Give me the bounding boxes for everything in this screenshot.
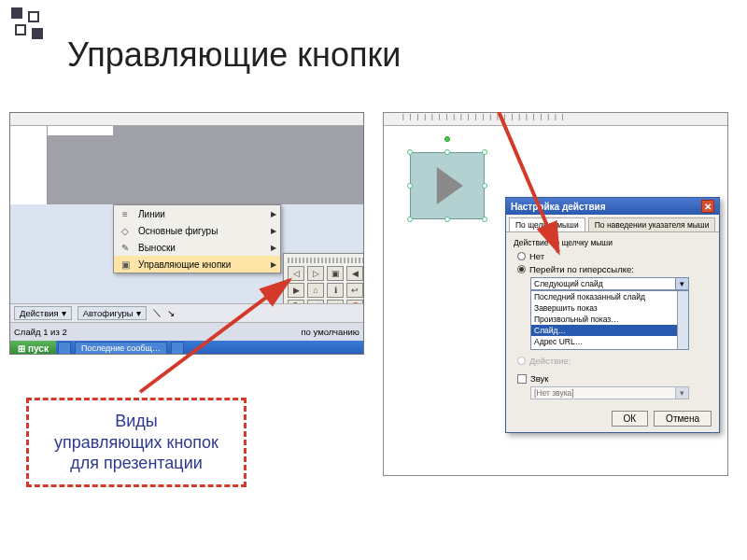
action-button[interactable]: ▷ <box>307 266 324 281</box>
chevron-right-icon: ▶ <box>271 260 276 269</box>
list-item[interactable]: Завершить показ <box>531 302 688 314</box>
menu-item-action-buttons[interactable]: ▣ Управляющие кнопки ▶ <box>114 256 280 273</box>
list-item[interactable]: Другая презентация PowerPoint… <box>531 347 688 350</box>
slide-canvas <box>48 126 363 204</box>
start-label: пуск <box>28 343 49 354</box>
slide-thumb-pane <box>10 126 48 204</box>
option-label: Перейти по гиперссылке: <box>529 264 634 274</box>
list-item[interactable]: Последний показанный слайд <box>531 291 688 302</box>
button-label: Действия <box>20 308 59 318</box>
action-button[interactable]: ↩ <box>346 283 363 298</box>
autoshapes-menu-button[interactable]: Автофигуры ▾ <box>78 306 147 320</box>
tab-mouse-over[interactable]: По наведении указателя мыши <box>588 217 716 231</box>
hyperlink-dropdown-list: Последний показанный слайд Завершить пок… <box>530 290 689 350</box>
menu-item-lines[interactable]: ≡ Линии ▶ <box>114 205 280 222</box>
action-settings-dialog: Настройка действия ✕ По щелчку мыши По н… <box>505 197 720 433</box>
select-value: Следующий слайд <box>534 279 603 288</box>
menu-item-label: Основные фигуры <box>138 226 218 236</box>
taskbar-item[interactable] <box>171 342 184 355</box>
slide-counter: Слайд 1 из 2 <box>14 327 67 337</box>
actions-menu-button[interactable]: Действия ▾ <box>14 306 72 320</box>
powerpoint-window-crop: ≡ Линии ▶ ◇ Основные фигуры ▶ ✎ Выноски … <box>9 112 364 355</box>
list-item[interactable]: Адрес URL… <box>531 336 688 347</box>
chevron-right-icon: ▶ <box>271 244 276 252</box>
radio-icon[interactable] <box>517 252 526 260</box>
chevron-down-icon: ▾ <box>675 387 688 399</box>
page-title: Управляющие кнопки <box>67 35 401 75</box>
group-title: Действие по щелчку мыши <box>514 238 712 247</box>
hyperlink-select[interactable]: Следующий слайд ▾ <box>530 277 689 290</box>
radio-icon <box>517 357 526 365</box>
action-button[interactable]: ⌂ <box>307 283 324 298</box>
tab-mouse-click[interactable]: По щелчку мыши <box>509 217 585 231</box>
button-label: Автофигуры <box>83 308 134 318</box>
chevron-down-icon[interactable]: ▾ <box>675 278 688 289</box>
select-value: [Нет звука] <box>534 388 574 398</box>
dialog-title: Настройка действия <box>511 202 606 212</box>
status-default: по умолчанию <box>301 327 359 337</box>
arrow-tool-icon[interactable]: ↘ <box>167 308 175 318</box>
rotate-handle[interactable] <box>444 136 450 142</box>
option-none[interactable]: Нет <box>517 251 712 261</box>
menu-item-label: Управляющие кнопки <box>138 259 231 270</box>
line-tool-icon[interactable]: ＼ <box>152 307 162 319</box>
callout-line: Виды <box>54 411 218 432</box>
chevron-right-icon: ▶ <box>271 210 276 218</box>
action-button[interactable]: ◀ <box>346 266 363 281</box>
action-btns-icon: ▣ <box>118 258 133 271</box>
menu-item-basic-shapes[interactable]: ◇ Основные фигуры ▶ <box>114 222 280 239</box>
powerpoint-slide-with-dialog: | | | | | | | | | | | | | | | | | | | | … <box>383 112 728 476</box>
radio-icon[interactable] <box>517 265 526 273</box>
ok-button[interactable]: ОК <box>612 411 649 427</box>
annotation-callout: Виды управляющих кнопок для презентации <box>26 398 247 487</box>
callout-line: управляющих кнопок <box>54 432 218 454</box>
palette-drag-handle[interactable] <box>288 258 364 263</box>
sound-select: [Нет звука] ▾ <box>530 386 689 399</box>
play-icon <box>437 167 463 204</box>
menu-item-label: Выноски <box>138 243 176 253</box>
taskbar-item[interactable] <box>58 342 71 355</box>
option-run-action[interactable]: Действие: <box>517 356 712 366</box>
lines-icon: ≡ <box>118 207 133 220</box>
sound-checkbox-row[interactable]: Звук <box>517 373 712 384</box>
callouts-icon: ✎ <box>118 241 133 254</box>
list-item[interactable]: Слайд… <box>531 325 688 336</box>
cancel-button[interactable]: Отмена <box>654 411 712 427</box>
windows-taskbar: ⊞ пуск Последние сообщ… <box>10 341 363 355</box>
scrollbar[interactable] <box>677 291 688 349</box>
option-label: Нет <box>529 251 544 261</box>
taskbar-item[interactable]: Последние сообщ… <box>75 342 167 355</box>
ruler: | | | | | | | | | | | | | | | | | | | | … <box>384 113 727 126</box>
sound-label: Звук <box>530 373 548 384</box>
action-button[interactable]: ▣ <box>327 266 344 281</box>
menu-item-label: Линии <box>138 209 165 219</box>
action-button[interactable]: ℹ <box>327 283 344 298</box>
inserted-action-button-shape[interactable] <box>410 152 485 219</box>
menu-item-callouts[interactable]: ✎ Выноски ▶ <box>114 239 280 256</box>
windows-logo-icon: ⊞ <box>18 343 25 354</box>
ruler <box>10 113 363 126</box>
checkbox-icon[interactable] <box>517 374 527 384</box>
action-button[interactable]: ▶ <box>288 283 304 298</box>
autoshapes-submenu: ≡ Линии ▶ ◇ Основные фигуры ▶ ✎ Выноски … <box>113 204 281 273</box>
status-bar: Слайд 1 из 2 по умолчанию <box>10 322 363 341</box>
start-button[interactable]: ⊞ пуск <box>10 341 56 355</box>
option-hyperlink[interactable]: Перейти по гиперссылке: <box>517 264 712 274</box>
shapes-icon: ◇ <box>118 224 133 237</box>
dialog-titlebar[interactable]: Настройка действия ✕ <box>506 198 719 215</box>
drawing-toolbar: Действия ▾ Автофигуры ▾ ＼ ↘ <box>10 303 363 322</box>
callout-line: для презентации <box>54 453 218 474</box>
slide-bullet-decoration <box>11 7 56 52</box>
list-item[interactable]: Произвольный показ… <box>531 314 688 325</box>
chevron-right-icon: ▶ <box>271 227 276 235</box>
option-label: Действие: <box>529 356 571 366</box>
action-button[interactable]: ◁ <box>288 266 304 281</box>
close-icon[interactable]: ✕ <box>701 200 714 213</box>
